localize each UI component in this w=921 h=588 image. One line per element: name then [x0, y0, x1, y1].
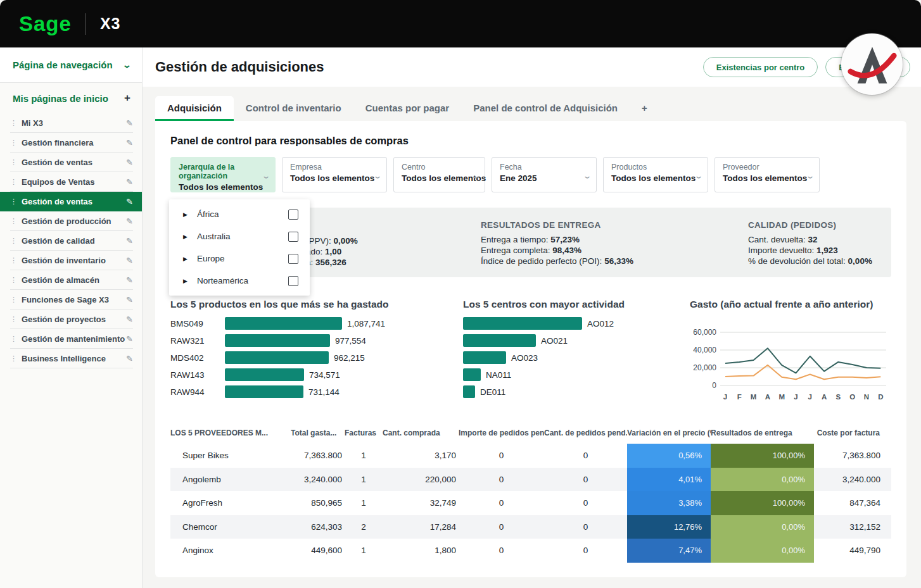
edit-pencil-icon[interactable]: ✎	[126, 315, 133, 324]
edit-pencil-icon[interactable]: ✎	[126, 256, 133, 265]
price-variation-cell: 12,76%	[627, 515, 711, 539]
sidebar-item[interactable]: ⋮ Gestión de inventario ✎	[0, 251, 142, 270]
drag-handle-icon[interactable]: ⋮	[10, 217, 16, 225]
edit-pencil-icon[interactable]: ✎	[126, 197, 133, 206]
edit-pencil-icon[interactable]: ✎	[126, 118, 133, 128]
checkbox[interactable]	[288, 210, 298, 220]
filter-dropdown[interactable]: Fecha Ene 2025 ⌄	[492, 157, 597, 192]
invoices: 1	[345, 491, 383, 515]
price-variation-cell: 4,01%	[627, 468, 711, 492]
edit-pencil-icon[interactable]: ✎	[126, 236, 133, 246]
home-pages-header[interactable]: Mis páginas de inicio +	[0, 83, 142, 113]
drag-handle-icon[interactable]: ⋮	[10, 335, 16, 343]
filter-dropdown[interactable]: Proveedor Todos los elementos ⌄	[715, 157, 820, 192]
drag-handle-icon[interactable]: ⋮	[10, 315, 16, 323]
edit-pencil-icon[interactable]: ✎	[126, 334, 133, 344]
sidebar-item[interactable]: ⋮ Gestión de proyectos ✎	[0, 310, 142, 329]
bar	[225, 351, 329, 364]
checkbox[interactable]	[288, 254, 298, 264]
drag-handle-icon[interactable]: ⋮	[10, 276, 16, 284]
top-sites-title: Los 5 centros con mayor actividad	[463, 299, 690, 310]
checkbox[interactable]	[288, 276, 298, 286]
drag-handle-icon[interactable]: ⋮	[10, 158, 16, 166]
drag-handle-icon[interactable]: ⋮	[10, 119, 16, 127]
drag-handle-icon[interactable]: ⋮	[10, 237, 16, 245]
edit-pencil-icon[interactable]: ✎	[126, 177, 133, 187]
product-bar-row: BMS0491,087,741	[170, 317, 463, 330]
drag-handle-icon[interactable]: ⋮	[10, 296, 16, 304]
sidebar-item[interactable]: ⋮ Mi X3 ✎	[0, 113, 142, 133]
edit-pencil-icon[interactable]: ✎	[126, 295, 133, 304]
sidebar-item-label: Gestión financiera	[22, 138, 126, 147]
edit-pencil-icon[interactable]: ✎	[126, 275, 133, 285]
edit-pencil-icon[interactable]: ✎	[126, 138, 133, 147]
pending-amount: 0	[459, 515, 544, 539]
filter-value: Todos los elementos	[179, 182, 269, 192]
existencias-por-centro-button[interactable]: Existencias por centro	[703, 57, 818, 77]
svg-text:M: M	[751, 393, 757, 401]
drag-handle-icon[interactable]: ⋮	[10, 178, 16, 186]
tab[interactable]: +	[630, 96, 659, 121]
svg-text:N: N	[864, 393, 869, 401]
filter-value: Todos los elementos	[402, 173, 478, 183]
tab[interactable]: Control de inventario	[234, 96, 353, 121]
table-row: Chemcor 624,303 2 17,284 0 0 12,76% 0,00…	[170, 515, 891, 539]
filter-dropdown[interactable]: Empresa Todos los elementos ⌄	[282, 157, 387, 192]
edit-pencil-icon[interactable]: ✎	[126, 354, 133, 363]
sidebar-item-label: Gestión de producción	[22, 216, 126, 226]
drag-handle-icon[interactable]: ⋮	[10, 139, 16, 147]
tab[interactable]: Cuentas por pagar	[353, 96, 462, 121]
total-spent: 449,600	[291, 539, 345, 563]
dropdown-option[interactable]: ▶ África	[169, 203, 310, 225]
sidebar-item[interactable]: ⋮ Gestión de ventas ✎	[0, 192, 142, 211]
expand-triangle-icon[interactable]: ▶	[183, 211, 187, 218]
expand-triangle-icon[interactable]: ▶	[183, 256, 187, 262]
add-page-icon[interactable]: +	[124, 92, 130, 104]
delivery-results-cell: 100,00%	[711, 491, 814, 515]
sidebar-item-label: Gestión de proyectos	[22, 315, 126, 324]
drag-handle-icon[interactable]: ⋮	[10, 256, 16, 265]
checkbox[interactable]	[288, 232, 298, 242]
drag-handle-icon[interactable]: ⋮	[10, 354, 16, 363]
sidebar-item[interactable]: ⋮ Gestión de producción ✎	[0, 211, 142, 231]
organization-hierarchy-dropdown: ▶ África ▶ Australia ▶ Eur	[169, 199, 310, 296]
pending-qty: 0	[544, 539, 627, 563]
sidebar-item[interactable]: ⋮ Funciones de Sage X3 ✎	[0, 290, 142, 310]
sidebar-item[interactable]: ⋮ Gestión de almacén ✎	[0, 270, 142, 290]
pending-amount: 0	[459, 468, 544, 492]
pending-qty: 0	[544, 491, 627, 515]
bar	[463, 368, 481, 381]
price-variation-cell: 0,56%	[627, 444, 711, 468]
site-bar-row: NA011	[463, 368, 690, 381]
filter-dropdown[interactable]: Jerarquía de la organización Todos los e…	[170, 157, 276, 192]
filter-dropdown[interactable]: Centro Todos los elementos ⌄	[393, 157, 485, 192]
delivery-results-cell: 100,00%	[711, 444, 814, 468]
table-row: AgroFresh 850,965 1 32,749 0 0 3,38% 100…	[170, 491, 891, 515]
drag-handle-icon[interactable]: ⋮	[10, 197, 16, 206]
dropdown-option[interactable]: ▶ Europe	[169, 247, 310, 270]
sidebar-item[interactable]: ⋮ Gestión de mantenimiento ✎	[0, 329, 142, 349]
page-title: Gestión de adquisiciones	[155, 59, 324, 75]
sidebar-item[interactable]: ⋮ Equipos de Ventas ✎	[0, 172, 142, 192]
bar	[225, 334, 330, 347]
pending-qty: 0	[544, 515, 627, 539]
sidebar: Página de navegación ⌄ Mis páginas de in…	[0, 47, 143, 588]
sidebar-item[interactable]: ⋮ Gestión de calidad ✎	[0, 231, 142, 251]
filter-label: Productos	[611, 163, 701, 172]
edit-pencil-icon[interactable]: ✎	[126, 158, 133, 167]
sidebar-item[interactable]: ⋮ Gestión financiera ✎	[0, 133, 142, 153]
filter-dropdown[interactable]: Productos Todos los elementos ⌄	[603, 157, 708, 192]
sidebar-item[interactable]: ⋮ Business Intelligence ✎	[0, 349, 142, 368]
dropdown-option[interactable]: ▶ Australia	[169, 225, 310, 247]
tab[interactable]: Adquisición	[155, 96, 234, 121]
option-label: África	[197, 210, 288, 219]
dropdown-option[interactable]: ▶ Norteamérica	[169, 270, 310, 292]
navigation-page-header[interactable]: Página de navegación ⌄	[0, 47, 142, 83]
tab[interactable]: Panel de control de Adquisición	[461, 96, 630, 121]
expand-triangle-icon[interactable]: ▶	[183, 278, 187, 284]
edit-pencil-icon[interactable]: ✎	[126, 216, 133, 226]
expand-triangle-icon[interactable]: ▶	[183, 234, 187, 240]
sidebar-item[interactable]: ⋮ Gestión de ventas ✎	[0, 153, 142, 172]
option-label: Europe	[197, 254, 288, 263]
filter-label: Fecha	[500, 163, 590, 172]
